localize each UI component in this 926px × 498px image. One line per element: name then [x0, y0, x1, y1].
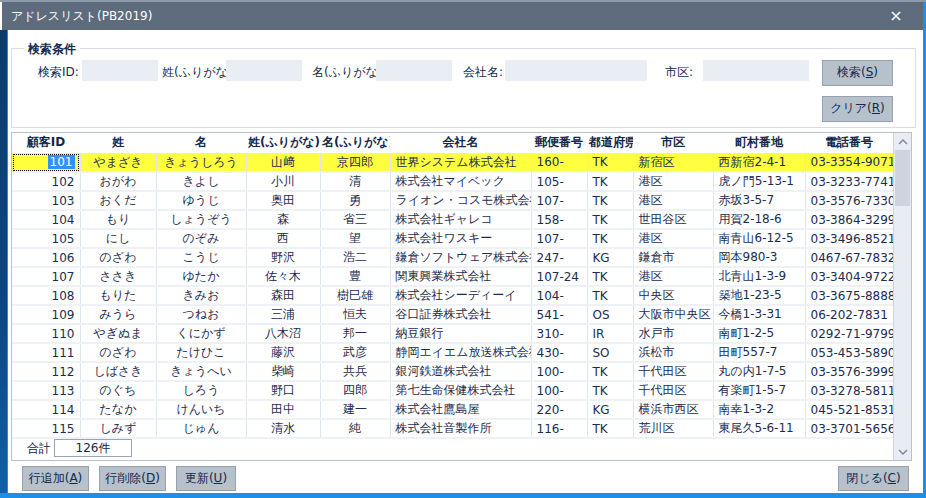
cell-sei-kana[interactable]: 八木沼 — [246, 324, 320, 343]
cell-postal[interactable]: 107- — [531, 191, 587, 210]
cell-postal[interactable]: 220- — [531, 400, 587, 419]
table-row[interactable]: 102おがわきよし小川清株式会社マイベック105-TK港区虎ノ門5-13-103… — [12, 172, 893, 191]
search-id-input[interactable] — [82, 60, 158, 81]
cell-mei-kana[interactable]: 浩二 — [320, 248, 390, 267]
cell-mei-kana[interactable]: 省三 — [320, 210, 390, 229]
cell-mei[interactable]: きょうへい — [156, 362, 246, 381]
table-row[interactable]: 110やぎぬまくにかず八木沼邦一納豆銀行310-IR水戸市南町1-2-50292… — [12, 324, 893, 343]
cell-mei[interactable]: しょうぞう — [156, 210, 246, 229]
cell-sei[interactable]: もりた — [80, 286, 156, 305]
cell-sei[interactable]: みうら — [80, 305, 156, 324]
cell-prefecture[interactable]: TK — [587, 229, 633, 248]
cell-company[interactable]: 銀河鉄道株式会社 — [390, 362, 531, 381]
sei-kana-input[interactable] — [226, 60, 302, 81]
cell-mei[interactable]: つねお — [156, 305, 246, 324]
cell-mei-kana[interactable]: 豊 — [320, 267, 390, 286]
cell-city[interactable]: 港区 — [633, 172, 713, 191]
cell-city[interactable]: 荒川区 — [633, 419, 713, 438]
cell-address[interactable]: 今橋1-3-31 — [713, 305, 805, 324]
cell-mei[interactable]: こうじ — [156, 248, 246, 267]
cell-company[interactable]: 株式会社シーディーイ — [390, 286, 531, 305]
cell-customer-id[interactable]: 106 — [12, 248, 80, 267]
cell-sei-kana[interactable]: 清水 — [246, 419, 320, 438]
cell-mei-kana[interactable]: 武彦 — [320, 343, 390, 362]
cell-sei[interactable]: ささき — [80, 267, 156, 286]
cell-postal[interactable]: 430- — [531, 343, 587, 362]
cell-customer-id[interactable]: 114 — [12, 400, 80, 419]
table-row[interactable]: 113のぐちしろう野口四郎第七生命保健株式会社100-TK千代田区有楽町1-5-… — [12, 381, 893, 400]
cell-sei-kana[interactable]: 三浦 — [246, 305, 320, 324]
cell-mei[interactable]: のぞみ — [156, 229, 246, 248]
search-button[interactable]: 検索(S) — [822, 60, 893, 86]
cell-address[interactable]: 西新宿2-4-1 — [713, 153, 805, 172]
cell-mei[interactable]: きみお — [156, 286, 246, 305]
cell-mei[interactable]: しろう — [156, 381, 246, 400]
cell-postal[interactable]: 116- — [531, 419, 587, 438]
cell-city[interactable]: 鎌倉市 — [633, 248, 713, 267]
cell-phone[interactable]: 03-3233-7741 — [805, 172, 893, 191]
cell-mei[interactable]: じゅん — [156, 419, 246, 438]
cell-postal[interactable]: 107-24 — [531, 267, 587, 286]
cell-address[interactable]: 岡本980-3 — [713, 248, 805, 267]
cell-sei-kana[interactable]: 藤沢 — [246, 343, 320, 362]
cell-company[interactable]: 谷口証券株式会社 — [390, 305, 531, 324]
cell-phone[interactable]: 03-3576-3999 — [805, 362, 893, 381]
add-row-button[interactable]: 行追加(A) — [22, 466, 89, 491]
cell-sei-kana[interactable]: 森 — [246, 210, 320, 229]
cell-mei-kana[interactable]: 共兵 — [320, 362, 390, 381]
cell-city[interactable]: 世田谷区 — [633, 210, 713, 229]
cell-customer-id[interactable]: 101 — [12, 153, 80, 172]
cell-phone[interactable]: 03-3278-5811 — [805, 381, 893, 400]
cell-postal[interactable]: 100- — [531, 362, 587, 381]
cell-postal[interactable]: 541- — [531, 305, 587, 324]
table-row[interactable]: 114たなかけんいち田中建一株式会社鷹島屋220-KG横浜市西区南幸1-3-20… — [12, 400, 893, 419]
cell-postal[interactable]: 107- — [531, 229, 587, 248]
cell-city[interactable]: 横浜市西区 — [633, 400, 713, 419]
cell-phone[interactable]: 0292-71-9799 — [805, 324, 893, 343]
cell-sei[interactable]: たなか — [80, 400, 156, 419]
cell-prefecture[interactable]: TK — [587, 381, 633, 400]
cell-phone[interactable]: 053-453-5890 — [805, 343, 893, 362]
cell-city[interactable]: 港区 — [633, 267, 713, 286]
cell-sei[interactable]: もり — [80, 210, 156, 229]
cell-mei-kana[interactable]: 勇 — [320, 191, 390, 210]
cell-postal[interactable]: 158- — [531, 210, 587, 229]
cell-sei[interactable]: のざわ — [80, 248, 156, 267]
city-input[interactable] — [703, 60, 809, 81]
cell-sei[interactable]: やぎぬま — [80, 324, 156, 343]
cell-customer-id[interactable]: 115 — [12, 419, 80, 438]
cell-address[interactable]: 丸の内1-7-5 — [713, 362, 805, 381]
cell-mei[interactable]: きょうしろう — [156, 153, 246, 172]
cell-postal[interactable]: 247- — [531, 248, 587, 267]
cell-phone[interactable]: 03-3675-8888 — [805, 286, 893, 305]
cell-mei-kana[interactable]: 清 — [320, 172, 390, 191]
cell-sei[interactable]: おくだ — [80, 191, 156, 210]
cell-mei[interactable]: ゆうじ — [156, 191, 246, 210]
table-row[interactable]: 112しばさききょうへい柴崎共兵銀河鉄道株式会社100-TK千代田区丸の内1-7… — [12, 362, 893, 381]
cell-mei-kana[interactable]: 邦一 — [320, 324, 390, 343]
cell-city[interactable]: 千代田区 — [633, 381, 713, 400]
cell-sei-kana[interactable]: 森田 — [246, 286, 320, 305]
cell-mei[interactable]: たけひこ — [156, 343, 246, 362]
cell-prefecture[interactable]: TK — [587, 267, 633, 286]
cell-company[interactable]: 第七生命保健株式会社 — [390, 381, 531, 400]
cell-address[interactable]: 赤坂3-5-7 — [713, 191, 805, 210]
cell-company[interactable]: 鎌倉ソフトウェア株式会社 — [390, 248, 531, 267]
cell-sei[interactable]: おがわ — [80, 172, 156, 191]
cell-company[interactable]: 株式会社音製作所 — [390, 419, 531, 438]
cell-prefecture[interactable]: TK — [587, 286, 633, 305]
cell-mei-kana[interactable]: 四郎 — [320, 381, 390, 400]
cell-postal[interactable]: 160- — [531, 153, 587, 172]
cell-sei[interactable]: しみず — [80, 419, 156, 438]
cell-prefecture[interactable]: TK — [587, 362, 633, 381]
selected-cell-text[interactable]: 101 — [48, 155, 75, 169]
cell-city[interactable]: 大阪市中央区 — [633, 305, 713, 324]
cell-prefecture[interactable]: SO — [587, 343, 633, 362]
cell-city[interactable]: 水戸市 — [633, 324, 713, 343]
cell-sei-kana[interactable]: 野沢 — [246, 248, 320, 267]
cell-address[interactable]: 有楽町1-5-7 — [713, 381, 805, 400]
cell-mei-kana[interactable]: 純 — [320, 419, 390, 438]
table-row[interactable]: 115しみずじゅん清水純株式会社音製作所116-TK荒川区東尾久5-6-1103… — [12, 419, 893, 438]
cell-customer-id[interactable]: 104 — [12, 210, 80, 229]
cell-prefecture[interactable]: TK — [587, 191, 633, 210]
